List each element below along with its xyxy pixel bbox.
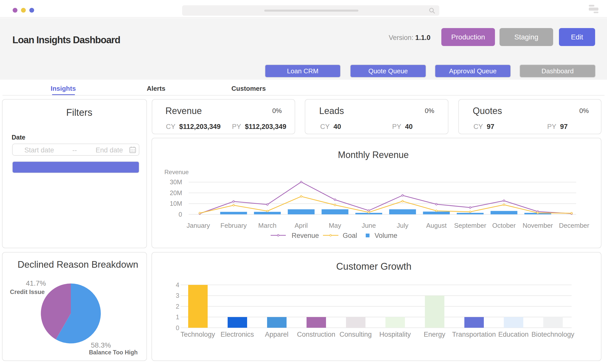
- svg-text:August: August: [426, 222, 447, 229]
- svg-text:3: 3: [176, 292, 179, 299]
- svg-text:4: 4: [176, 281, 179, 288]
- svg-text:Consulting: Consulting: [339, 331, 372, 338]
- svg-text:Energy: Energy: [424, 331, 445, 338]
- svg-text:0: 0: [176, 324, 179, 331]
- svg-text:July: July: [397, 222, 408, 229]
- svg-text:April: April: [295, 222, 308, 229]
- svg-text:June: June: [362, 222, 376, 229]
- svg-text:Hospitality: Hospitality: [379, 331, 411, 338]
- svg-text:Customer Growth: Customer Growth: [336, 261, 411, 272]
- svg-text:February: February: [221, 222, 247, 229]
- svg-text:0: 0: [179, 211, 182, 218]
- svg-text:Apparel: Apparel: [265, 331, 288, 338]
- svg-text:Monthly Revenue: Monthly Revenue: [338, 150, 409, 160]
- svg-text:Biotechnology: Biotechnology: [531, 331, 574, 338]
- svg-text:December: December: [559, 222, 589, 229]
- svg-text:2: 2: [176, 303, 179, 310]
- svg-text:30M: 30M: [170, 178, 182, 186]
- svg-text:October: October: [492, 222, 516, 229]
- svg-text:May: May: [329, 222, 341, 229]
- svg-text:1: 1: [176, 313, 179, 321]
- svg-text:Volume: Volume: [375, 232, 397, 239]
- svg-text:41.7%: 41.7%: [26, 279, 46, 287]
- svg-text:Goal: Goal: [343, 232, 357, 239]
- svg-text:Declined Reason Breakdown: Declined Reason Breakdown: [17, 259, 138, 270]
- svg-text:January: January: [187, 222, 210, 229]
- svg-text:Revenue: Revenue: [292, 232, 319, 239]
- svg-text:Technology: Technology: [181, 331, 215, 338]
- svg-text:March: March: [258, 222, 276, 229]
- svg-text:20M: 20M: [170, 189, 182, 196]
- svg-text:September: September: [454, 222, 486, 229]
- svg-text:58.3%: 58.3%: [91, 341, 111, 349]
- svg-text:10M: 10M: [170, 200, 182, 207]
- svg-text:November: November: [523, 222, 553, 229]
- svg-text:Revenue: Revenue: [164, 169, 189, 175]
- svg-text:Education: Education: [498, 331, 529, 338]
- svg-text:Balance Too High: Balance Too High: [89, 349, 138, 356]
- svg-text:Electronics: Electronics: [221, 331, 254, 338]
- svg-text:Construction: Construction: [297, 331, 335, 338]
- svg-text:Credit Issue: Credit Issue: [10, 288, 45, 295]
- svg-text:Transportation: Transportation: [452, 331, 496, 338]
